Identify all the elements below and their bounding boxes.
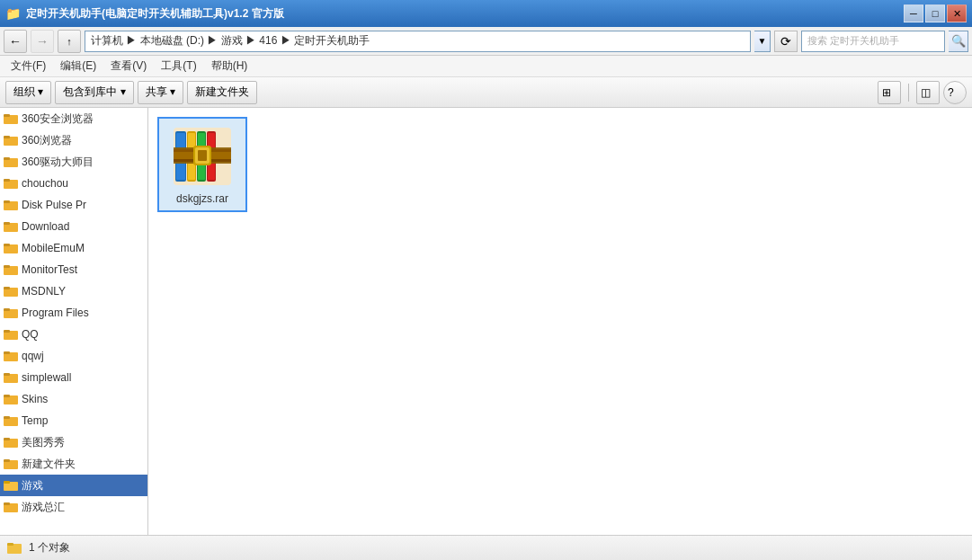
include-library-button[interactable]: 包含到库中 ▾: [55, 81, 133, 104]
search-button[interactable]: 🔍: [949, 31, 968, 52]
sidebar-item-label: chouchou: [22, 177, 68, 190]
sidebar-item-label: Skins: [22, 393, 48, 405]
sidebar-item-label: 360安全浏览器: [22, 111, 94, 127]
menu-bar: 文件(F) 编辑(E) 查看(V) 工具(T) 帮助(H): [0, 56, 972, 77]
svg-rect-19: [4, 308, 10, 311]
title-bar: 📁 定时开关机助手(电脑定时开关机辅助工具)v1.2 官方版 ─ □ ✕: [0, 0, 972, 27]
svg-rect-53: [211, 149, 231, 152]
view-button[interactable]: ⊞: [878, 81, 901, 104]
sidebar-item-label: MonitorTest: [22, 263, 77, 276]
menu-tools[interactable]: 工具(T): [154, 56, 203, 76]
svg-rect-55: [211, 159, 231, 162]
sidebar-item-7[interactable]: MonitorTest: [0, 259, 147, 280]
title-bar-buttons: ─ □ ✕: [904, 4, 967, 22]
svg-rect-31: [4, 438, 10, 440]
forward-button[interactable]: →: [31, 30, 54, 53]
sidebar-item-label: simplewall: [22, 371, 71, 384]
sidebar-item-17[interactable]: 游戏: [0, 475, 147, 496]
status-folder-icon: [7, 541, 22, 556]
close-button[interactable]: ✕: [947, 4, 967, 22]
sidebar-item-15[interactable]: 美图秀秀: [0, 431, 147, 453]
folder-icon: [4, 111, 18, 126]
svg-rect-13: [4, 244, 10, 246]
svg-rect-37: [4, 502, 10, 505]
folder-icon: [4, 500, 18, 514]
menu-edit[interactable]: 编辑(E): [53, 56, 103, 76]
sidebar-item-11[interactable]: qqwj: [0, 345, 147, 367]
folder-icon: [4, 457, 18, 471]
svg-rect-21: [4, 330, 10, 333]
sidebar-item-label: 360驱动大师目: [22, 155, 94, 170]
content-area: dskgjzs.rar: [148, 108, 972, 535]
folder-icon: [4, 413, 18, 428]
sidebar-item-14[interactable]: Temp: [0, 410, 147, 431]
sidebar-item-10[interactable]: QQ: [0, 324, 147, 345]
share-button[interactable]: 共享 ▾: [138, 81, 183, 104]
svg-rect-57: [7, 543, 13, 546]
sidebar-item-18[interactable]: 游戏总汇: [0, 496, 147, 518]
title-bar-left: 📁 定时开关机助手(电脑定时开关机辅助工具)v1.2 官方版: [5, 6, 284, 22]
sidebar-item-12[interactable]: simplewall: [0, 367, 147, 388]
svg-rect-35: [4, 481, 10, 484]
up-button[interactable]: ↑: [58, 30, 81, 53]
address-text: 计算机 ▶ 本地磁盘 (D:) ▶ 游戏 ▶ 416 ▶ 定时开关机助手: [91, 33, 370, 49]
folder-icon: [4, 327, 18, 342]
sidebar-item-label: Disk Pulse Pr: [22, 199, 86, 211]
menu-help[interactable]: 帮助(H): [204, 56, 255, 76]
toolbar-separator: [908, 84, 909, 102]
maximize-button[interactable]: □: [925, 4, 945, 22]
folder-icon: [4, 349, 18, 363]
folder-icon: [4, 306, 18, 320]
organize-button[interactable]: 组织 ▾: [5, 81, 51, 104]
address-dropdown-button[interactable]: ▼: [754, 31, 771, 52]
new-folder-button[interactable]: 新建文件夹: [187, 81, 257, 104]
help-button[interactable]: ?: [943, 81, 967, 104]
svg-rect-25: [4, 373, 10, 376]
sidebar-item-label: 新建文件夹: [22, 457, 76, 472]
sidebar-item-3[interactable]: chouchou: [0, 173, 147, 194]
refresh-button[interactable]: ⟳: [774, 31, 798, 52]
minimize-button[interactable]: ─: [904, 4, 923, 22]
sidebar-item-6[interactable]: MobileEmuM: [0, 237, 147, 259]
svg-rect-51: [198, 150, 207, 161]
sidebar-item-4[interactable]: Disk Pulse Pr: [0, 194, 147, 216]
address-bar[interactable]: 计算机 ▶ 本地磁盘 (D:) ▶ 游戏 ▶ 416 ▶ 定时开关机助手: [85, 31, 751, 52]
folder-icon: [4, 435, 18, 449]
svg-rect-9: [4, 200, 10, 203]
preview-button[interactable]: ◫: [916, 81, 940, 104]
status-count: 1 个对象: [29, 540, 70, 556]
app-icon: 📁: [5, 6, 21, 21]
back-button[interactable]: ←: [4, 30, 27, 53]
main-area: 360安全浏览器 360浏览器 360驱动大师目 chouchou Disk P…: [0, 108, 972, 535]
svg-rect-52: [174, 149, 193, 152]
sidebar-item-9[interactable]: Program Files: [0, 302, 147, 324]
svg-rect-7: [4, 179, 10, 182]
rar-file-icon: [170, 124, 235, 189]
sidebar-item-1[interactable]: 360浏览器: [0, 129, 147, 151]
svg-rect-29: [4, 416, 10, 419]
menu-view[interactable]: 查看(V): [103, 56, 154, 76]
svg-rect-17: [4, 287, 10, 289]
sidebar-item-13[interactable]: Skins: [0, 388, 147, 410]
sidebar-item-label: 美图秀秀: [22, 435, 65, 450]
folder-icon: [4, 133, 18, 147]
menu-file[interactable]: 文件(F): [4, 56, 53, 76]
file-item-rar[interactable]: dskgjzs.rar: [157, 117, 247, 212]
sidebar-item-8[interactable]: MSDNLY: [0, 280, 147, 302]
svg-rect-11: [4, 222, 10, 225]
sidebar: 360安全浏览器 360浏览器 360驱动大师目 chouchou Disk P…: [0, 108, 148, 535]
sidebar-item-2[interactable]: 360驱动大师目: [0, 151, 147, 173]
sidebar-item-0[interactable]: 360安全浏览器: [0, 108, 147, 129]
svg-rect-23: [4, 351, 10, 354]
sidebar-item-label: Temp: [22, 414, 48, 427]
svg-rect-27: [4, 395, 10, 397]
sidebar-item-label: 游戏: [22, 478, 43, 493]
sidebar-item-label: 游戏总汇: [22, 500, 65, 515]
sidebar-item-5[interactable]: Download: [0, 216, 147, 237]
folder-icon: [4, 155, 18, 169]
folder-icon: [4, 392, 18, 406]
folder-icon: [4, 478, 18, 493]
search-box[interactable]: 搜索 定时开关机助手: [801, 31, 945, 52]
sidebar-item-16[interactable]: 新建文件夹: [0, 453, 147, 475]
sidebar-item-label: QQ: [22, 328, 39, 341]
